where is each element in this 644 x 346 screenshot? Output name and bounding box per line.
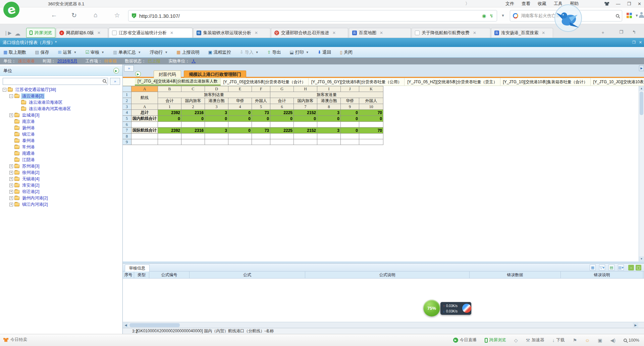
toolbar-上报说明[interactable]: ▦上报说明 bbox=[176, 49, 199, 55]
row-header-5[interactable]: 5 bbox=[123, 116, 131, 122]
data-cell[interactable]: 0 bbox=[228, 128, 252, 134]
bird-pet-overlay[interactable] bbox=[549, 3, 584, 34]
bottombar-window[interactable]: ▣ bbox=[598, 338, 602, 343]
speed-ball-overlay[interactable]: 75% bbox=[423, 300, 440, 316]
tree-item-连云港港[2][interactable]: −连云港港[2] bbox=[0, 93, 122, 99]
tree-item-label[interactable]: 扬州内河港[2] bbox=[21, 195, 49, 201]
home-button[interactable]: ⌂ bbox=[91, 11, 100, 19]
expand-plus-icon[interactable]: + bbox=[9, 113, 13, 117]
data-cell[interactable] bbox=[228, 139, 252, 145]
bottombar-下载[interactable]: ↓下载 bbox=[552, 337, 565, 343]
close-button[interactable]: ✕ bbox=[638, 1, 641, 6]
new-tab-button[interactable]: ＋ bbox=[601, 30, 605, 36]
grid-corner-cell[interactable] bbox=[123, 86, 131, 92]
bottombar-跨屏浏览[interactable]: 跨屏浏览 bbox=[485, 337, 506, 343]
scroll-up-icon[interactable]: ▲ bbox=[639, 86, 644, 91]
column-header-C[interactable]: C bbox=[181, 86, 205, 92]
data-cell[interactable]: 0 bbox=[158, 116, 181, 122]
scroll-right-icon[interactable]: ▶ bbox=[633, 323, 638, 328]
network-ball-icon[interactable] bbox=[462, 304, 471, 313]
tree-item-苏州港[3][interactable]: +苏州港[3] bbox=[0, 163, 122, 169]
tree-item-label[interactable]: 盐城港[3] bbox=[21, 112, 40, 118]
minimize-button[interactable]: — bbox=[616, 1, 620, 6]
code-cell[interactable]: 10 bbox=[359, 104, 383, 110]
toolbar-运算[interactable]: ⊞运算▼ bbox=[58, 49, 77, 55]
sub-header-cell[interactable]: 外国人 bbox=[359, 98, 383, 104]
code-cell[interactable]: 9 bbox=[341, 104, 359, 110]
column-header-G[interactable]: G bbox=[270, 86, 294, 92]
tree-item-南京港[interactable]: 南京港 bbox=[0, 118, 122, 125]
tab-close-icon[interactable]: ✕ bbox=[473, 31, 476, 35]
app-grid-icon[interactable] bbox=[627, 13, 632, 18]
audit-minimize-button[interactable]: − bbox=[628, 265, 634, 270]
collapse-minus-icon[interactable]: − bbox=[3, 88, 6, 92]
browser-tab-7[interactable]: 关于降低船舶引航费收费✕ bbox=[412, 28, 490, 38]
data-cell[interactable]: 0 bbox=[341, 128, 359, 134]
tree-item-镇江内河港[2][interactable]: +镇江内河港[2] bbox=[0, 201, 122, 208]
code-cell[interactable]: 2 bbox=[181, 104, 205, 110]
row-header-3[interactable]: 3 bbox=[123, 104, 131, 110]
report-restore-icon[interactable]: ❐ bbox=[632, 40, 636, 45]
tab-close-icon[interactable]: ✕ bbox=[255, 31, 258, 35]
daily-deals-label[interactable]: 今日特卖 bbox=[10, 337, 27, 343]
bottombar-smiley[interactable]: ☺ bbox=[585, 338, 590, 343]
data-cell[interactable]: 70 bbox=[359, 110, 383, 116]
toolbar-审核[interactable]: ☑审核▼ bbox=[85, 49, 104, 55]
sub-header-cell[interactable]: 华侨 bbox=[228, 98, 252, 104]
browser-tab-6[interactable]: 百百度地图✕ bbox=[349, 28, 411, 38]
menu-item-文件[interactable]: 文件 bbox=[505, 1, 514, 7]
data-cell[interactable] bbox=[317, 139, 341, 145]
data-cell[interactable] bbox=[294, 139, 317, 145]
data-cell[interactable]: 2225 bbox=[270, 110, 294, 116]
tree-item-label[interactable]: 连云港港[2] bbox=[21, 93, 45, 99]
report-close-icon[interactable]: ✕ bbox=[639, 40, 642, 45]
speed-mode-icon[interactable]: ↯ bbox=[489, 13, 493, 18]
row-header-7[interactable]: 7 bbox=[123, 128, 131, 134]
vscroll-thumb[interactable] bbox=[640, 92, 643, 115]
data-cell[interactable] bbox=[317, 122, 341, 128]
browser-tab-3[interactable]: 江苏省交通运输统计分析✕ bbox=[109, 28, 193, 38]
column-header-H[interactable]: H bbox=[294, 86, 317, 92]
tree-search-more-button[interactable]: » bbox=[110, 78, 120, 85]
row-header-1[interactable]: 1 bbox=[123, 92, 131, 98]
toolbar-浮动行[interactable]: 浮动行▼ bbox=[150, 49, 168, 55]
tree-item-徐州港[2][interactable]: +徐州港[2] bbox=[0, 169, 122, 176]
physical-unit-value[interactable]: 人 bbox=[192, 58, 196, 64]
row-header-4[interactable]: 4 bbox=[123, 110, 131, 116]
vertical-scrollbar[interactable]: ▲ ▼ bbox=[639, 86, 644, 261]
toolbar-单表汇总[interactable]: ▥单表汇总▼ bbox=[113, 49, 141, 55]
reopen-closed-tab-icon[interactable]: ↰ bbox=[632, 30, 636, 35]
menu-expander-icon[interactable]: 〉 bbox=[465, 1, 470, 7]
tree-item-label[interactable]: 无锡港[4] bbox=[21, 176, 40, 182]
data-cell[interactable]: 3 bbox=[317, 128, 341, 134]
group-header-depart[interactable]: 旅客发送量 bbox=[270, 92, 383, 98]
code-cell[interactable]: 8 bbox=[317, 104, 341, 110]
toolbar-保存[interactable]: ▤保存 bbox=[35, 49, 49, 55]
sub-header-cell[interactable]: 港澳台胞 bbox=[317, 98, 341, 104]
column-header-E[interactable]: E bbox=[228, 86, 252, 92]
sub-header-cell[interactable]: 华侨 bbox=[341, 98, 359, 104]
data-cell[interactable]: 0 bbox=[181, 116, 205, 122]
cloud-sync-icon[interactable]: ☁ bbox=[15, 30, 20, 37]
data-cell[interactable]: 0 bbox=[205, 116, 228, 122]
sheet-tab-规模以上港口行政管理部门[interactable]: 规模以上港口行政管理部门 bbox=[184, 70, 246, 78]
data-cell[interactable]: 2392 bbox=[158, 110, 181, 116]
data-cell[interactable]: 3 bbox=[317, 110, 341, 116]
expand-plus-icon[interactable]: + bbox=[9, 177, 13, 181]
browser-tab-5[interactable]: 交交通部联合铁总召开推进✕ bbox=[271, 28, 348, 38]
data-cell[interactable] bbox=[252, 134, 270, 139]
bottombar-flag[interactable]: ⚑ bbox=[573, 338, 577, 343]
data-cell[interactable]: 3 bbox=[205, 128, 228, 134]
column-header-I[interactable]: I bbox=[317, 86, 341, 92]
sidebar-toggle-icon[interactable]: ❘▶ bbox=[4, 30, 12, 36]
data-cell[interactable]: 2316 bbox=[181, 110, 205, 116]
code-cell[interactable]: 7 bbox=[294, 104, 317, 110]
data-cell[interactable]: 2392 bbox=[158, 128, 181, 134]
tree-item-淮安港[2][interactable]: +淮安港[2] bbox=[0, 182, 122, 189]
data-cell[interactable] bbox=[252, 122, 270, 128]
tree-item-label[interactable]: 连云港港沿海港区 bbox=[28, 100, 63, 105]
data-cell[interactable]: 2225 bbox=[270, 128, 294, 134]
data-cell[interactable] bbox=[317, 134, 341, 139]
data-cell[interactable]: 0 bbox=[270, 116, 294, 122]
row-label-cell-7[interactable]: 国际航线合计 bbox=[131, 128, 158, 134]
